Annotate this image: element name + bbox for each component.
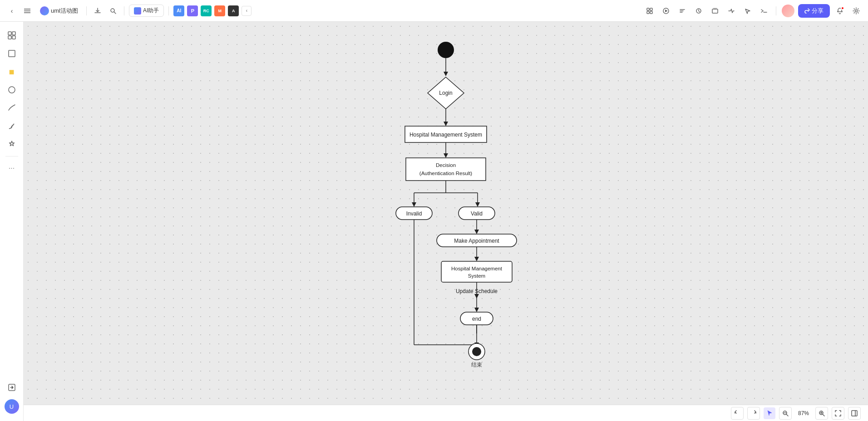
ai-assistant-button[interactable]: AI助手 (129, 5, 164, 17)
top-toolbar: ‹ uml活动图 AI助手 AI P RC M A ‹ (0, 0, 868, 22)
plugin-icon-3[interactable]: RC (201, 5, 212, 16)
toolbar-icon-11[interactable] (725, 5, 738, 17)
sidebar-tool-magic[interactable] (4, 136, 20, 152)
toolbar-play-button[interactable] (660, 5, 672, 17)
settings-button[interactable] (850, 5, 863, 17)
share-label: 分享 (812, 7, 824, 15)
bottom-toolbar: 87% (24, 405, 868, 421)
svg-rect-18 (9, 50, 15, 57)
toolbar-icon-6[interactable] (643, 5, 656, 17)
svg-rect-16 (8, 36, 11, 39)
zoom-out-button[interactable] (779, 407, 792, 420)
menu-button[interactable] (21, 5, 34, 17)
svg-rect-5 (647, 8, 649, 10)
user-avatar[interactable] (782, 5, 794, 17)
sidebar-bottom: U (4, 379, 20, 414)
ai-icon (134, 7, 141, 15)
svg-line-71 (786, 414, 788, 416)
zoom-level: 87% (795, 410, 812, 416)
toolbar-icon-12[interactable] (741, 5, 754, 17)
app-logo[interactable]: uml活动图 (36, 5, 82, 17)
sidebar-tool-shape[interactable] (4, 82, 20, 98)
sidebar-divider (5, 156, 18, 157)
svg-line-4 (114, 12, 116, 14)
toolbar-icon-10[interactable] (709, 5, 721, 17)
back-button[interactable]: ‹ (5, 5, 18, 17)
svg-text:Hospital Management System: Hospital Management System (409, 132, 482, 138)
svg-rect-15 (12, 32, 15, 35)
svg-marker-23 (444, 72, 448, 76)
svg-point-68 (472, 347, 481, 356)
sidebar-tool-frame[interactable] (4, 45, 20, 62)
plugin-icon-1[interactable]: AI (173, 5, 184, 16)
svg-rect-17 (12, 36, 15, 39)
svg-marker-51 (474, 257, 479, 261)
svg-rect-32 (406, 158, 486, 181)
plugin-icon-2[interactable]: P (187, 5, 198, 16)
svg-marker-41 (475, 202, 480, 207)
svg-rect-77 (852, 411, 857, 416)
notification-badge (841, 6, 844, 10)
share-button[interactable]: 分享 (798, 4, 830, 18)
svg-text:Decision: Decision (436, 162, 456, 168)
svg-point-19 (9, 87, 15, 93)
download-button[interactable] (91, 5, 104, 17)
svg-rect-14 (8, 32, 11, 35)
divider-1 (86, 6, 87, 15)
panel-toggle-button[interactable] (848, 407, 861, 420)
svg-rect-7 (647, 11, 649, 14)
toolbar-icon-8[interactable] (676, 5, 689, 17)
sidebar-tool-more[interactable]: ··· (4, 160, 20, 176)
svg-marker-27 (444, 122, 448, 126)
svg-text:结束: 结束 (471, 362, 482, 368)
svg-rect-6 (650, 8, 652, 10)
divider-4 (776, 6, 776, 15)
svg-text:Invalid: Invalid (406, 210, 422, 217)
toolbar-icon-13[interactable] (758, 5, 770, 17)
plugins-chevron[interactable]: ‹ (242, 6, 252, 16)
divider-3 (168, 6, 169, 15)
svg-rect-8 (650, 11, 652, 14)
fit-screen-button[interactable] (832, 407, 844, 420)
sidebar-tool-pen[interactable] (4, 100, 20, 116)
toolbar-icon-9[interactable] (692, 5, 705, 17)
sidebar-tool-sticky[interactable]: ■ (4, 64, 20, 80)
redo-button[interactable] (747, 407, 760, 420)
svg-text:end: end (472, 316, 481, 322)
svg-text:Hospital Management: Hospital Management (451, 266, 503, 271)
svg-marker-38 (412, 202, 416, 207)
sidebar-tool-brush[interactable] (4, 118, 20, 134)
svg-text:System: System (468, 273, 485, 279)
svg-rect-12 (712, 9, 718, 13)
left-sidebar: ■ ··· U (0, 22, 24, 421)
flowchart-diagram: Login Hospital Management System Decisio… (355, 36, 537, 390)
app-logo-icon (40, 6, 49, 15)
zoom-in-button[interactable] (815, 407, 828, 420)
svg-marker-10 (665, 10, 668, 12)
cursor-tool-button[interactable] (764, 407, 775, 419)
svg-marker-47 (474, 230, 479, 234)
plugin-icon-4[interactable]: M (214, 5, 225, 16)
notification-button[interactable] (833, 5, 846, 17)
undo-button[interactable] (731, 407, 744, 420)
svg-text:Login: Login (439, 90, 452, 96)
sidebar-tool-gallery[interactable] (4, 27, 20, 44)
canvas-area[interactable]: Login Hospital Management System Decisio… (24, 22, 868, 405)
svg-point-21 (438, 42, 454, 58)
svg-marker-59 (474, 308, 479, 312)
plugin-icon-5[interactable]: A (228, 5, 239, 16)
user-sidebar-avatar[interactable]: U (5, 399, 19, 414)
app-title: uml活动图 (51, 7, 78, 15)
svg-line-74 (823, 414, 824, 416)
svg-rect-52 (441, 261, 512, 282)
svg-text:Valid: Valid (471, 210, 483, 217)
sidebar-tool-import[interactable] (4, 379, 20, 396)
divider-2 (124, 6, 124, 15)
svg-marker-31 (444, 153, 448, 158)
svg-point-13 (855, 10, 858, 12)
svg-text:Update Schedule: Update Schedule (456, 288, 498, 294)
search-button[interactable] (107, 5, 119, 17)
svg-text:Make Appointment: Make Appointment (454, 238, 499, 244)
svg-text:(Authentication Result): (Authentication Result) (419, 171, 473, 176)
ai-btn-label: AI助手 (143, 7, 159, 15)
